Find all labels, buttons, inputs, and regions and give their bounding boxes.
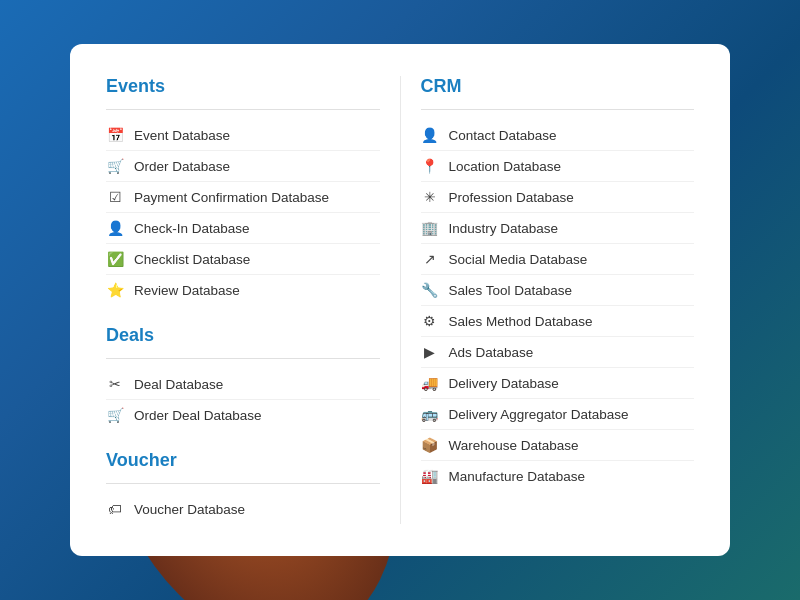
db-item-checklist-database[interactable]: ✅Checklist Database — [106, 244, 380, 275]
db-item-label-industry-database: Industry Database — [449, 221, 559, 236]
db-item-icon-location-database: 📍 — [421, 158, 439, 174]
db-item-icon-sales-tool-database: 🔧 — [421, 282, 439, 298]
db-item-icon-industry-database: 🏢 — [421, 220, 439, 236]
db-item-label-payment-confirmation-database: Payment Confirmation Database — [134, 190, 329, 205]
db-item-payment-confirmation-database[interactable]: ☑Payment Confirmation Database — [106, 182, 380, 213]
section-divider-events — [106, 109, 380, 110]
db-item-label-manufacture-database: Manufacture Database — [449, 469, 586, 484]
db-item-order-deal-database[interactable]: 🛒Order Deal Database — [106, 400, 380, 430]
db-item-voucher-database[interactable]: 🏷Voucher Database — [106, 494, 380, 524]
db-item-icon-voucher-database: 🏷 — [106, 501, 124, 517]
db-item-label-contact-database: Contact Database — [449, 128, 557, 143]
db-item-icon-sales-method-database: ⚙ — [421, 313, 439, 329]
section-title-crm: CRM — [421, 76, 695, 97]
db-item-label-delivery-aggregator-database: Delivery Aggregator Database — [449, 407, 629, 422]
db-item-delivery-aggregator-database[interactable]: 🚌Delivery Aggregator Database — [421, 399, 695, 430]
db-item-location-database[interactable]: 📍Location Database — [421, 151, 695, 182]
db-item-label-event-database: Event Database — [134, 128, 230, 143]
db-item-icon-checklist-database: ✅ — [106, 251, 124, 267]
section-divider-deals — [106, 358, 380, 359]
db-item-sales-method-database[interactable]: ⚙Sales Method Database — [421, 306, 695, 337]
db-item-icon-order-database: 🛒 — [106, 158, 124, 174]
left-column: Events📅Event Database🛒Order Database☑Pay… — [106, 76, 400, 524]
db-item-icon-delivery-database: 🚚 — [421, 375, 439, 391]
db-item-label-review-database: Review Database — [134, 283, 240, 298]
db-item-social-media-database[interactable]: ↗Social Media Database — [421, 244, 695, 275]
db-item-label-delivery-database: Delivery Database — [449, 376, 559, 391]
db-item-icon-contact-database: 👤 — [421, 127, 439, 143]
db-item-label-checklist-database: Checklist Database — [134, 252, 250, 267]
db-item-ads-database[interactable]: ▶Ads Database — [421, 337, 695, 368]
db-item-label-order-deal-database: Order Deal Database — [134, 408, 262, 423]
db-item-sales-tool-database[interactable]: 🔧Sales Tool Database — [421, 275, 695, 306]
db-item-label-sales-tool-database: Sales Tool Database — [449, 283, 573, 298]
db-item-delivery-database[interactable]: 🚚Delivery Database — [421, 368, 695, 399]
db-item-order-database[interactable]: 🛒Order Database — [106, 151, 380, 182]
right-column: CRM👤Contact Database📍Location Database✳P… — [400, 76, 695, 524]
db-item-icon-social-media-database: ↗ — [421, 251, 439, 267]
db-item-icon-warehouse-database: 📦 — [421, 437, 439, 453]
db-item-warehouse-database[interactable]: 📦Warehouse Database — [421, 430, 695, 461]
db-item-industry-database[interactable]: 🏢Industry Database — [421, 213, 695, 244]
db-item-icon-check-in-database: 👤 — [106, 220, 124, 236]
db-item-event-database[interactable]: 📅Event Database — [106, 120, 380, 151]
db-item-label-social-media-database: Social Media Database — [449, 252, 588, 267]
db-item-review-database[interactable]: ⭐Review Database — [106, 275, 380, 305]
section-title-deals: Deals — [106, 325, 380, 346]
section-title-voucher: Voucher — [106, 450, 380, 471]
section-divider-voucher — [106, 483, 380, 484]
db-item-icon-event-database: 📅 — [106, 127, 124, 143]
db-item-icon-payment-confirmation-database: ☑ — [106, 189, 124, 205]
db-item-icon-review-database: ⭐ — [106, 282, 124, 298]
db-item-icon-manufacture-database: 🏭 — [421, 468, 439, 484]
db-item-label-warehouse-database: Warehouse Database — [449, 438, 579, 453]
db-item-contact-database[interactable]: 👤Contact Database — [421, 120, 695, 151]
db-item-check-in-database[interactable]: 👤Check-In Database — [106, 213, 380, 244]
section-title-events: Events — [106, 76, 380, 97]
db-item-profession-database[interactable]: ✳Profession Database — [421, 182, 695, 213]
section-divider-crm — [421, 109, 695, 110]
db-item-manufacture-database[interactable]: 🏭Manufacture Database — [421, 461, 695, 491]
db-item-deal-database[interactable]: ✂Deal Database — [106, 369, 380, 400]
db-item-label-profession-database: Profession Database — [449, 190, 574, 205]
db-item-icon-order-deal-database: 🛒 — [106, 407, 124, 423]
db-item-icon-profession-database: ✳ — [421, 189, 439, 205]
db-item-label-check-in-database: Check-In Database — [134, 221, 250, 236]
db-item-icon-ads-database: ▶ — [421, 344, 439, 360]
db-item-icon-deal-database: ✂ — [106, 376, 124, 392]
db-item-label-location-database: Location Database — [449, 159, 562, 174]
main-card: Events📅Event Database🛒Order Database☑Pay… — [70, 44, 730, 556]
db-item-label-order-database: Order Database — [134, 159, 230, 174]
db-item-label-deal-database: Deal Database — [134, 377, 223, 392]
db-item-label-sales-method-database: Sales Method Database — [449, 314, 593, 329]
db-item-label-voucher-database: Voucher Database — [134, 502, 245, 517]
db-item-label-ads-database: Ads Database — [449, 345, 534, 360]
db-item-icon-delivery-aggregator-database: 🚌 — [421, 406, 439, 422]
